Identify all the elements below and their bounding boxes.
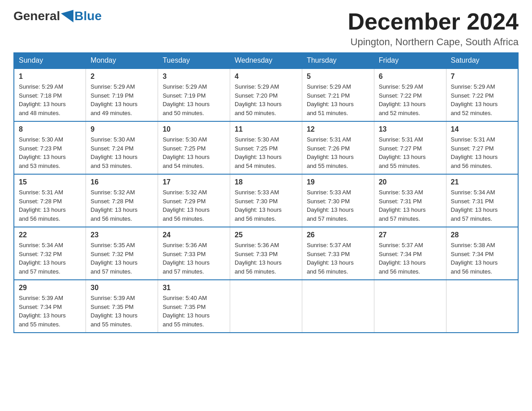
day-info: Sunrise: 5:30 AMSunset: 7:23 PMDaylight:… bbox=[19, 136, 66, 169]
logo-triangle-icon bbox=[61, 10, 73, 22]
day-number: 29 bbox=[19, 284, 81, 292]
calendar-cell: 24 Sunrise: 5:36 AMSunset: 7:33 PMDaylig… bbox=[158, 227, 230, 280]
logo: General Blue bbox=[13, 9, 102, 23]
day-number: 8 bbox=[19, 125, 81, 133]
calendar-cell: 21 Sunrise: 5:34 AMSunset: 7:31 PMDaylig… bbox=[446, 174, 518, 227]
day-number: 23 bbox=[90, 231, 153, 239]
day-info: Sunrise: 5:31 AMSunset: 7:28 PMDaylight:… bbox=[19, 189, 66, 222]
weekday-header-sunday: Sunday bbox=[14, 53, 86, 69]
day-number: 31 bbox=[163, 284, 225, 292]
calendar-cell: 1 Sunrise: 5:29 AMSunset: 7:18 PMDayligh… bbox=[14, 68, 86, 121]
day-number: 12 bbox=[307, 125, 369, 133]
day-info: Sunrise: 5:29 AMSunset: 7:20 PMDaylight:… bbox=[235, 83, 282, 116]
weekday-header-row: SundayMondayTuesdayWednesdayThursdayFrid… bbox=[14, 53, 518, 69]
calendar-cell: 23 Sunrise: 5:35 AMSunset: 7:32 PMDaylig… bbox=[86, 227, 158, 280]
calendar-cell: 29 Sunrise: 5:39 AMSunset: 7:34 PMDaylig… bbox=[14, 280, 86, 333]
day-number: 6 bbox=[379, 73, 442, 81]
title-area: December 2024 Upington, Northern Cape, S… bbox=[348, 9, 519, 48]
calendar-cell: 5 Sunrise: 5:29 AMSunset: 7:21 PMDayligh… bbox=[302, 68, 374, 121]
day-info: Sunrise: 5:29 AMSunset: 7:18 PMDaylight:… bbox=[19, 83, 66, 116]
calendar-cell: 18 Sunrise: 5:33 AMSunset: 7:30 PMDaylig… bbox=[230, 174, 302, 227]
day-number: 2 bbox=[90, 73, 153, 81]
calendar-table: SundayMondayTuesdayWednesdayThursdayFrid… bbox=[13, 52, 519, 333]
location-subtitle: Upington, Northern Cape, South Africa bbox=[348, 36, 519, 48]
day-info: Sunrise: 5:37 AMSunset: 7:34 PMDaylight:… bbox=[379, 242, 426, 275]
calendar-cell: 3 Sunrise: 5:29 AMSunset: 7:19 PMDayligh… bbox=[158, 68, 230, 121]
day-number: 10 bbox=[163, 125, 225, 133]
day-number: 17 bbox=[163, 178, 225, 186]
day-info: Sunrise: 5:29 AMSunset: 7:21 PMDaylight:… bbox=[307, 83, 354, 116]
day-number: 30 bbox=[90, 284, 153, 292]
day-number: 27 bbox=[379, 231, 442, 239]
day-number: 15 bbox=[19, 178, 81, 186]
calendar-cell: 10 Sunrise: 5:30 AMSunset: 7:25 PMDaylig… bbox=[158, 121, 230, 174]
day-info: Sunrise: 5:29 AMSunset: 7:19 PMDaylight:… bbox=[163, 83, 210, 116]
day-number: 5 bbox=[307, 73, 369, 81]
calendar-cell bbox=[302, 280, 374, 333]
calendar-cell: 30 Sunrise: 5:39 AMSunset: 7:35 PMDaylig… bbox=[86, 280, 158, 333]
page-header: General Blue December 2024 Upington, Nor… bbox=[13, 9, 519, 48]
day-info: Sunrise: 5:30 AMSunset: 7:25 PMDaylight:… bbox=[235, 136, 282, 169]
day-number: 25 bbox=[235, 231, 297, 239]
day-number: 18 bbox=[235, 178, 297, 186]
day-info: Sunrise: 5:29 AMSunset: 7:22 PMDaylight:… bbox=[379, 83, 426, 116]
day-info: Sunrise: 5:35 AMSunset: 7:32 PMDaylight:… bbox=[90, 242, 137, 275]
calendar-cell: 22 Sunrise: 5:34 AMSunset: 7:32 PMDaylig… bbox=[14, 227, 86, 280]
day-number: 14 bbox=[451, 125, 513, 133]
weekday-header-friday: Friday bbox=[374, 53, 446, 69]
day-info: Sunrise: 5:31 AMSunset: 7:26 PMDaylight:… bbox=[307, 136, 354, 169]
day-info: Sunrise: 5:33 AMSunset: 7:30 PMDaylight:… bbox=[235, 189, 282, 222]
month-year-title: December 2024 bbox=[348, 9, 519, 34]
svg-marker-0 bbox=[61, 10, 73, 22]
week-row-1: 1 Sunrise: 5:29 AMSunset: 7:18 PMDayligh… bbox=[14, 68, 518, 121]
day-number: 19 bbox=[307, 178, 369, 186]
calendar-cell bbox=[374, 280, 446, 333]
calendar-cell: 15 Sunrise: 5:31 AMSunset: 7:28 PMDaylig… bbox=[14, 174, 86, 227]
calendar-cell: 8 Sunrise: 5:30 AMSunset: 7:23 PMDayligh… bbox=[14, 121, 86, 174]
calendar-cell: 19 Sunrise: 5:33 AMSunset: 7:30 PMDaylig… bbox=[302, 174, 374, 227]
day-number: 13 bbox=[379, 125, 442, 133]
calendar-cell: 17 Sunrise: 5:32 AMSunset: 7:29 PMDaylig… bbox=[158, 174, 230, 227]
day-info: Sunrise: 5:34 AMSunset: 7:32 PMDaylight:… bbox=[19, 242, 66, 275]
day-number: 20 bbox=[379, 178, 442, 186]
calendar-cell: 11 Sunrise: 5:30 AMSunset: 7:25 PMDaylig… bbox=[230, 121, 302, 174]
logo-blue-label: Blue bbox=[74, 9, 102, 23]
calendar-cell: 16 Sunrise: 5:32 AMSunset: 7:28 PMDaylig… bbox=[86, 174, 158, 227]
day-number: 28 bbox=[451, 231, 513, 239]
day-number: 1 bbox=[19, 73, 81, 81]
weekday-header-tuesday: Tuesday bbox=[158, 53, 230, 69]
day-number: 26 bbox=[307, 231, 369, 239]
week-row-3: 15 Sunrise: 5:31 AMSunset: 7:28 PMDaylig… bbox=[14, 174, 518, 227]
calendar-cell: 13 Sunrise: 5:31 AMSunset: 7:27 PMDaylig… bbox=[374, 121, 446, 174]
day-info: Sunrise: 5:36 AMSunset: 7:33 PMDaylight:… bbox=[235, 242, 282, 275]
calendar-cell: 26 Sunrise: 5:37 AMSunset: 7:33 PMDaylig… bbox=[302, 227, 374, 280]
day-info: Sunrise: 5:32 AMSunset: 7:28 PMDaylight:… bbox=[90, 189, 137, 222]
calendar-cell bbox=[230, 280, 302, 333]
day-info: Sunrise: 5:39 AMSunset: 7:35 PMDaylight:… bbox=[90, 295, 137, 328]
weekday-header-saturday: Saturday bbox=[446, 53, 518, 69]
day-info: Sunrise: 5:37 AMSunset: 7:33 PMDaylight:… bbox=[307, 242, 354, 275]
day-number: 21 bbox=[451, 178, 513, 186]
day-info: Sunrise: 5:40 AMSunset: 7:35 PMDaylight:… bbox=[163, 295, 210, 328]
calendar-cell: 31 Sunrise: 5:40 AMSunset: 7:35 PMDaylig… bbox=[158, 280, 230, 333]
week-row-5: 29 Sunrise: 5:39 AMSunset: 7:34 PMDaylig… bbox=[14, 280, 518, 333]
day-number: 3 bbox=[163, 73, 225, 81]
day-number: 24 bbox=[163, 231, 225, 239]
calendar-cell: 2 Sunrise: 5:29 AMSunset: 7:19 PMDayligh… bbox=[86, 68, 158, 121]
day-info: Sunrise: 5:36 AMSunset: 7:33 PMDaylight:… bbox=[163, 242, 210, 275]
calendar-cell: 28 Sunrise: 5:38 AMSunset: 7:34 PMDaylig… bbox=[446, 227, 518, 280]
day-number: 11 bbox=[235, 125, 297, 133]
week-row-2: 8 Sunrise: 5:30 AMSunset: 7:23 PMDayligh… bbox=[14, 121, 518, 174]
day-info: Sunrise: 5:38 AMSunset: 7:34 PMDaylight:… bbox=[451, 242, 498, 275]
day-info: Sunrise: 5:30 AMSunset: 7:24 PMDaylight:… bbox=[90, 136, 137, 169]
calendar-cell: 9 Sunrise: 5:30 AMSunset: 7:24 PMDayligh… bbox=[86, 121, 158, 174]
day-number: 9 bbox=[90, 125, 153, 133]
day-info: Sunrise: 5:29 AMSunset: 7:22 PMDaylight:… bbox=[451, 83, 498, 116]
weekday-header-wednesday: Wednesday bbox=[230, 53, 302, 69]
calendar-cell: 27 Sunrise: 5:37 AMSunset: 7:34 PMDaylig… bbox=[374, 227, 446, 280]
day-info: Sunrise: 5:39 AMSunset: 7:34 PMDaylight:… bbox=[19, 295, 66, 328]
logo-general-text: General bbox=[13, 9, 60, 23]
day-number: 22 bbox=[19, 231, 81, 239]
day-info: Sunrise: 5:31 AMSunset: 7:27 PMDaylight:… bbox=[379, 136, 426, 169]
calendar-cell bbox=[446, 280, 518, 333]
